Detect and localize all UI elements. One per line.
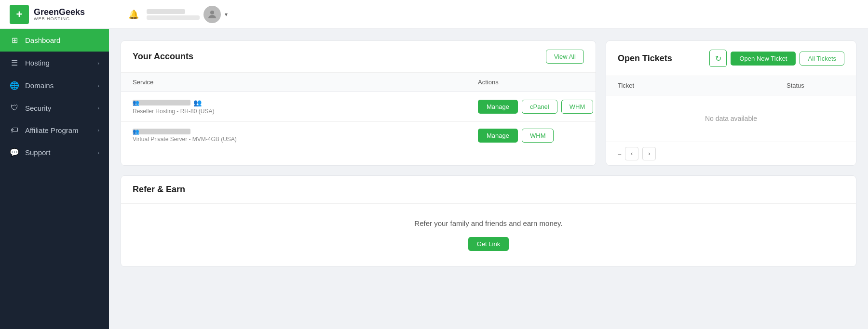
service-name-blur xyxy=(133,100,190,105)
affiliate-icon: 🏷 xyxy=(10,126,19,134)
security-icon: 🛡 xyxy=(10,104,19,112)
pagination-prev-button[interactable]: ‹ xyxy=(625,147,638,160)
chevron-right-icon: › xyxy=(97,127,99,133)
sidebar-label-support: Support xyxy=(25,148,92,157)
ticket-column-header: Ticket xyxy=(618,82,787,89)
group-icon: 👥 xyxy=(193,99,202,106)
logo-area: + GreenGeeks WEB HOSTING xyxy=(10,5,119,24)
refer-card-title: Refer & Earn xyxy=(133,184,185,195)
chevron-right-icon: › xyxy=(97,60,99,66)
refer-card-header: Refer & Earn xyxy=(121,176,856,204)
whm-button[interactable]: WHM xyxy=(561,100,594,114)
header-right: 🔔 ▾ xyxy=(128,6,228,23)
user-info[interactable]: ▾ xyxy=(147,6,228,23)
chevron-right-icon: › xyxy=(97,83,99,89)
chevron-right-icon: › xyxy=(97,105,99,111)
svg-point-0 xyxy=(210,11,214,14)
sidebar-item-hosting[interactable]: ☰ Hosting › xyxy=(0,52,109,74)
open-new-ticket-button[interactable]: Open New Ticket xyxy=(731,52,796,66)
sidebar-label-security: Security xyxy=(25,104,92,112)
avatar xyxy=(203,6,221,23)
domains-icon: 🌐 xyxy=(10,81,19,90)
sidebar-item-security[interactable]: 🛡 Security › xyxy=(0,97,109,119)
service-info: 👥 Reseller Hosting - RH-80 (USA) xyxy=(133,99,478,115)
service-actions: Manage WHM xyxy=(478,129,584,143)
main-layout: ⊞ Dashboard ☰ Hosting › 🌐 Domains › 🛡 Se… xyxy=(0,29,868,329)
all-tickets-button[interactable]: All Tickets xyxy=(800,52,844,66)
main-content: Your Accounts View All Service Actions 👥… xyxy=(109,29,868,329)
tickets-header-actions: ↻ Open New Ticket All Tickets xyxy=(709,50,844,67)
status-column-header: Status xyxy=(787,82,844,89)
actions-column-header: Actions xyxy=(478,79,584,86)
refer-card: Refer & Earn Refer your family and frien… xyxy=(121,175,856,267)
pagination-next-button[interactable]: › xyxy=(642,147,656,160)
sidebar-item-support[interactable]: 💬 Support › xyxy=(0,141,109,164)
service-description: Virtual Private Server - MVM-4GB (USA) xyxy=(133,136,478,143)
whm-button[interactable]: WHM xyxy=(522,129,554,143)
no-data-message: No data available xyxy=(606,95,856,142)
sidebar-label-dashboard: Dashboard xyxy=(25,36,99,44)
refresh-button[interactable]: ↻ xyxy=(709,50,727,67)
chevron-right-icon: › xyxy=(97,150,99,156)
accounts-card: Your Accounts View All Service Actions 👥… xyxy=(121,40,596,166)
service-column-header: Service xyxy=(133,79,478,86)
accounts-card-title: Your Accounts xyxy=(133,52,193,62)
sidebar: ⊞ Dashboard ☰ Hosting › 🌐 Domains › 🛡 Se… xyxy=(0,29,109,329)
top-header: + GreenGeeks WEB HOSTING 🔔 ▾ xyxy=(0,0,868,29)
bell-icon[interactable]: 🔔 xyxy=(128,9,139,20)
hosting-icon: ☰ xyxy=(10,58,19,67)
ticket-pagination: – ‹ › xyxy=(606,142,856,165)
service-info: Virtual Private Server - MVM-4GB (USA) xyxy=(133,129,478,143)
get-link-button[interactable]: Get Link xyxy=(468,237,509,251)
dashboard-icon: ⊞ xyxy=(10,36,19,45)
logo-text: GreenGeeks WEB HOSTING xyxy=(34,8,85,21)
sidebar-label-hosting: Hosting xyxy=(25,59,92,67)
tickets-card-header: Open Tickets ↻ Open New Ticket All Ticke… xyxy=(606,41,856,76)
top-row: Your Accounts View All Service Actions 👥… xyxy=(121,40,856,166)
user-details xyxy=(147,9,200,20)
user-email xyxy=(147,15,200,20)
refer-text: Refer your family and friends and earn m… xyxy=(414,219,562,227)
refer-card-body: Refer your family and friends and earn m… xyxy=(121,204,856,266)
tickets-card: Open Tickets ↻ Open New Ticket All Ticke… xyxy=(606,40,856,166)
sidebar-item-affiliate[interactable]: 🏷 Affiliate Program › xyxy=(0,119,109,141)
service-description: Reseller Hosting - RH-80 (USA) xyxy=(133,108,478,115)
tickets-card-title: Open Tickets xyxy=(618,53,672,64)
logo-sub: WEB HOSTING xyxy=(34,16,85,21)
sidebar-label-affiliate: Affiliate Program xyxy=(25,126,92,134)
user-name xyxy=(147,9,185,14)
manage-button[interactable]: Manage xyxy=(478,129,518,143)
chevron-down-icon: ▾ xyxy=(225,11,228,18)
table-row: Virtual Private Server - MVM-4GB (USA) M… xyxy=(121,122,596,149)
manage-button[interactable]: Manage xyxy=(478,100,518,114)
logo-icon: + xyxy=(10,5,29,24)
sidebar-item-dashboard[interactable]: ⊞ Dashboard xyxy=(0,29,109,52)
service-name-blur xyxy=(133,129,190,134)
support-icon: 💬 xyxy=(10,148,19,157)
pagination-label: – xyxy=(618,150,621,158)
sidebar-item-domains[interactable]: 🌐 Domains › xyxy=(0,74,109,97)
logo-name: GreenGeeks xyxy=(34,8,85,16)
table-row: 👥 Reseller Hosting - RH-80 (USA) Manage … xyxy=(121,92,596,122)
accounts-card-header: Your Accounts View All xyxy=(121,41,596,73)
ticket-table-header: Ticket Status xyxy=(606,76,856,95)
view-all-button[interactable]: View All xyxy=(546,50,584,64)
cpanel-button[interactable]: cPanel xyxy=(522,100,557,114)
accounts-table-header: Service Actions xyxy=(121,73,596,92)
sidebar-label-domains: Domains xyxy=(25,81,92,90)
service-actions: Manage cPanel WHM xyxy=(478,100,584,114)
